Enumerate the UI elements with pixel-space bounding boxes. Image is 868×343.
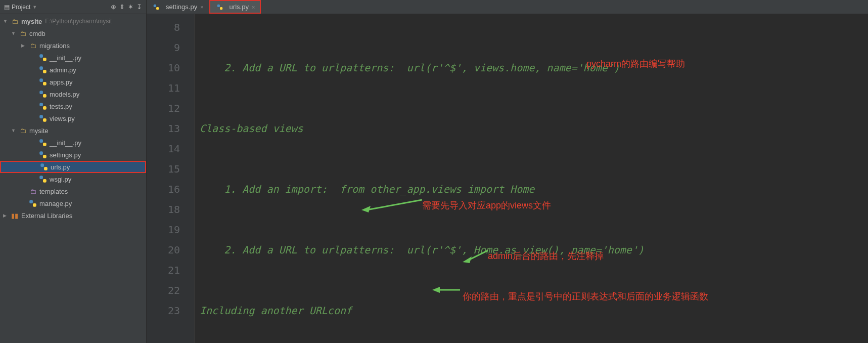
svg-rect-13	[43, 143, 47, 146]
arrow-icon	[432, 285, 460, 295]
dropdown-chevron-icon[interactable]: ▼	[32, 5, 37, 10]
package-icon: 🗀	[18, 127, 27, 135]
svg-rect-10	[39, 115, 43, 118]
svg-rect-9	[43, 106, 47, 110]
svg-rect-17	[44, 167, 48, 170]
code-content[interactable]: 2. Add a URL to urlpatterns: url(r'^$', …	[195, 14, 868, 343]
close-icon[interactable]: ×	[252, 4, 255, 10]
tree-file-tests[interactable]: tests.py	[0, 100, 146, 112]
python-file-icon	[39, 162, 49, 172]
python-file-icon	[38, 175, 48, 184]
python-file-icon	[38, 150, 48, 159]
svg-rect-5	[43, 82, 47, 85]
svg-rect-23	[156, 7, 159, 10]
tree-file-admin[interactable]: admin.py	[0, 64, 146, 76]
svg-rect-11	[43, 118, 47, 122]
tree-mysite-folder[interactable]: ▼ 🗀 mysite	[0, 124, 146, 137]
hide-icon[interactable]: ↧	[136, 3, 142, 11]
tree-file-init[interactable]: __init__.py	[0, 52, 146, 64]
svg-rect-25	[220, 7, 222, 10]
tree-file-mysite-init[interactable]: __init__.py	[0, 137, 146, 149]
annotation-import-views: 需要先导入对应app的views文件	[422, 195, 551, 216]
svg-rect-8	[39, 103, 43, 106]
editor-tabs: settings.py × urls.py ×	[147, 0, 868, 14]
tab-label: urls.py	[230, 3, 249, 11]
package-icon: 🗀	[18, 30, 27, 37]
tab-settings[interactable]: settings.py ×	[147, 0, 209, 14]
chevron-down-icon[interactable]: ▼	[11, 31, 18, 36]
svg-rect-24	[217, 4, 219, 7]
svg-line-26	[367, 200, 422, 210]
svg-rect-4	[39, 78, 43, 82]
svg-rect-7	[43, 94, 47, 98]
svg-rect-1	[43, 58, 47, 61]
tree-external-libraries[interactable]: ▶ ▮▮ External Libraries	[0, 209, 146, 222]
python-file-icon	[38, 138, 48, 147]
svg-rect-3	[43, 70, 47, 73]
python-file-icon	[38, 114, 48, 123]
python-file-icon	[38, 53, 48, 62]
python-file-icon	[28, 199, 37, 208]
svg-rect-14	[39, 151, 43, 155]
tree-file-wsgi[interactable]: wsgi.py	[0, 173, 146, 185]
python-file-icon	[152, 4, 161, 11]
tree-file-apps[interactable]: apps.py	[0, 76, 146, 88]
svg-rect-0	[39, 54, 43, 58]
folder-icon: 🗀	[10, 18, 19, 25]
tree-root[interactable]: ▼ 🗀 mysite F:\Python\pycharm\mysit	[0, 15, 146, 27]
chevron-right-icon[interactable]: ▶	[21, 43, 28, 48]
line-number-gutter: 8 9 10 11 12 13 14 15 16 18 19 20 21 22 …	[147, 14, 195, 343]
svg-marker-31	[432, 287, 440, 293]
scroll-icon[interactable]: ⇕	[119, 3, 125, 11]
annotation-your-route: 你的路由，重点是引号中的正则表达式和后面的业务逻辑函数	[463, 286, 708, 307]
tree-templates[interactable]: 🗀 templates	[0, 185, 146, 197]
tab-label: settings.py	[166, 3, 197, 11]
sidebar-title-label: Project	[12, 4, 30, 11]
tree-file-manage[interactable]: manage.py	[0, 197, 146, 209]
svg-rect-19	[43, 179, 47, 183]
tree-file-urls[interactable]: urls.py	[0, 161, 146, 173]
svg-rect-12	[39, 139, 43, 143]
python-file-icon	[38, 77, 48, 87]
python-file-icon	[38, 90, 48, 99]
svg-rect-21	[33, 203, 36, 207]
python-file-icon	[38, 65, 48, 74]
package-icon: 🗀	[28, 42, 37, 50]
tree-migrations[interactable]: ▶ 🗀 migrations	[0, 39, 146, 52]
tab-urls[interactable]: urls.py ×	[209, 0, 261, 14]
project-sidebar: ▤ Project ▼ ⊕ ⇕ ✶ ↧ ▼ 🗀 mysite F:\Python…	[0, 0, 147, 343]
annotation-admin-route: admin后台的路由，先注释掉	[488, 246, 604, 266]
project-icon: ▤	[4, 4, 10, 11]
svg-rect-22	[154, 4, 156, 7]
tree-file-views[interactable]: views.py	[0, 112, 146, 124]
library-icon: ▮▮	[10, 212, 19, 220]
svg-rect-15	[43, 155, 47, 158]
project-tree[interactable]: ▼ 🗀 mysite F:\Python\pycharm\mysit ▼ 🗀 c…	[0, 14, 146, 223]
chevron-right-icon[interactable]: ▶	[3, 213, 10, 218]
chevron-down-icon[interactable]: ▼	[3, 19, 10, 24]
svg-rect-18	[39, 176, 43, 179]
python-file-icon	[38, 102, 48, 111]
gear-icon[interactable]: ✶	[128, 3, 133, 11]
svg-rect-6	[39, 91, 43, 94]
editor-area: settings.py × urls.py × 8 9 10 11 12 13 …	[147, 0, 868, 343]
tree-file-models[interactable]: models.py	[0, 88, 146, 100]
sidebar-header: ▤ Project ▼ ⊕ ⇕ ✶ ↧	[0, 0, 146, 14]
svg-marker-27	[361, 206, 371, 212]
svg-rect-16	[40, 163, 44, 167]
code-editor[interactable]: 8 9 10 11 12 13 14 15 16 18 19 20 21 22 …	[147, 14, 868, 343]
python-file-icon	[215, 4, 224, 11]
collapse-icon[interactable]: ⊕	[111, 3, 116, 11]
tree-cmdb[interactable]: ▼ 🗀 cmdb	[0, 27, 146, 39]
tree-file-settings[interactable]: settings.py	[0, 149, 146, 161]
svg-rect-20	[29, 200, 33, 203]
chevron-down-icon[interactable]: ▼	[11, 128, 18, 133]
annotation-pycharm-help: pycharm的路由编写帮助	[586, 54, 685, 74]
close-icon[interactable]: ×	[200, 4, 203, 10]
svg-rect-2	[39, 66, 43, 70]
folder-icon: 🗀	[28, 188, 37, 195]
arrow-icon	[361, 197, 422, 212]
